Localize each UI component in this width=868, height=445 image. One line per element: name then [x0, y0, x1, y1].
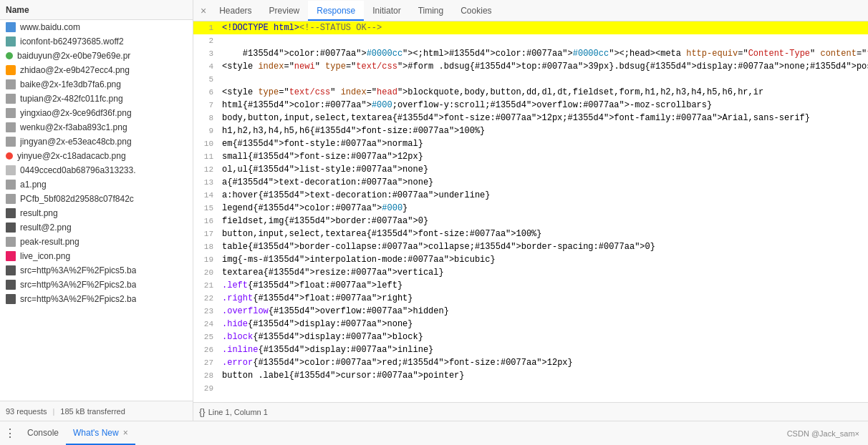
table-row: 2 — [193, 34, 868, 47]
line-number: 27 — [193, 356, 219, 369]
file-list-item[interactable]: result@2.png — [0, 220, 193, 235]
table-row: 28button .label{#1355d4">cursor:#0077aa"… — [193, 369, 868, 382]
tab-preview[interactable]: Preview — [261, 1, 309, 21]
table-row: 27.error{#1355d4">color:#0077aa">red;#13… — [193, 356, 868, 369]
console-tab[interactable]: Console — [20, 422, 66, 445]
line-content: img{-ms-#1355d4">interpolation-mode:#007… — [219, 253, 868, 266]
table-row: 14a:hover{#1355d4">text-decoration:#0077… — [193, 189, 868, 202]
file-name: src=http%3A%2F%2Fpics2.ba — [20, 294, 136, 304]
file-icon — [6, 22, 16, 32]
file-name: src=http%3A%2F%2Fpics5.ba — [20, 265, 136, 275]
file-icon — [6, 36, 16, 47]
left-panel-footer: 93 requests | 185 kB transferred — [0, 401, 193, 421]
whats-new-tab[interactable]: What's New × — [66, 422, 135, 445]
line-content: textarea{#1355d4">resize:#0077aa">vertic… — [219, 266, 868, 279]
file-list-item[interactable]: src=http%3A%2F%2Fpics2.ba — [0, 292, 193, 306]
line-content — [219, 73, 868, 86]
line-content: <style index="newi" type="text/css">#for… — [219, 60, 868, 73]
file-list-item[interactable]: baiduyun@2x-e0be79e69e.pr — [0, 49, 193, 63]
file-name: wenku@2x-f3aba893c1.png — [20, 122, 127, 132]
table-row: 29 — [193, 382, 868, 395]
file-name: yinyue@2x-c18adacacb.png — [17, 151, 126, 161]
table-row: 23.overflow{#1355d4">overflow:#0077aa">h… — [193, 305, 868, 318]
table-row: 26.inline{#1355d4">display:#0077aa">inli… — [193, 343, 868, 356]
line-number: 23 — [193, 305, 219, 318]
line-content: .error{#1355d4">color:#0077aa">red;#1355… — [219, 356, 868, 369]
file-name: www.baidu.com — [20, 22, 80, 32]
tab-timing[interactable]: Timing — [410, 1, 453, 21]
line-content: body,button,input,select,textarea{#1355d… — [219, 112, 868, 124]
line-content: ol,ul{#1355d4">list-style:#0077aa">none} — [219, 163, 868, 176]
tab-response[interactable]: Response — [308, 1, 364, 21]
line-number: 12 — [193, 163, 219, 176]
file-name: tupian@2x-482fc011fc.png — [20, 94, 123, 104]
line-content: <style type="text/css" index="head">bloc… — [219, 86, 868, 99]
file-list-item[interactable]: live_icon.png — [0, 249, 193, 263]
line-number: 8 — [193, 112, 219, 124]
line-number: 5 — [193, 73, 219, 86]
left-panel-header: Name — [0, 0, 193, 20]
tab-headers[interactable]: Headers — [211, 1, 260, 21]
file-list-item[interactable]: tupian@2x-482fc011fc.png — [0, 92, 193, 106]
table-row: 24.hide{#1355d4">display:#0077aa">none} — [193, 318, 868, 331]
file-list-item[interactable]: yingxiao@2x-9ce96df36f.png — [0, 106, 193, 120]
file-name: a1.png — [20, 180, 47, 190]
line-number: 28 — [193, 369, 219, 382]
line-number: 1 — [193, 21, 219, 34]
line-number: 14 — [193, 189, 219, 202]
file-name: zhidao@2x-e9b427ecc4.png — [20, 65, 130, 75]
line-content: html{#1355d4">color:#0077aa">#000;overfl… — [219, 99, 868, 112]
file-list-item[interactable]: a1.png — [0, 177, 193, 192]
file-name: baiduyun@2x-e0be79e69e.pr — [17, 51, 130, 61]
whats-new-tab-close[interactable]: × — [123, 428, 128, 438]
file-name: result.png — [20, 208, 58, 218]
file-list-item[interactable]: src=http%3A%2F%2Fpics5.ba — [0, 263, 193, 278]
line-number: 19 — [193, 253, 219, 266]
line-number: 26 — [193, 343, 219, 356]
line-content: .hide{#1355d4">display:#0077aa">none} — [219, 318, 868, 331]
line-content: .overflow{#1355d4">overflow:#0077aa">hid… — [219, 305, 868, 318]
file-list-item[interactable]: result.png — [0, 206, 193, 220]
file-icon — [6, 65, 16, 75]
whats-new-tab-label: What's New — [73, 428, 119, 438]
file-list-item[interactable]: peak-result.png — [0, 235, 193, 249]
line-content: .block{#1355d4">display:#0077aa">block} — [219, 331, 868, 343]
file-icon — [6, 152, 13, 160]
file-list-item[interactable]: baike@2x-1fe3db7fa6.png — [0, 77, 193, 92]
branding-label: CSDN @Jack_sam× — [787, 429, 865, 438]
table-row: 16fieldset,img{#1355d4">border:#0077aa">… — [193, 215, 868, 228]
line-number: 16 — [193, 215, 219, 228]
file-list-item[interactable]: wenku@2x-f3aba893c1.png — [0, 120, 193, 135]
file-list-item[interactable]: iconfont-b624973685.woff2 — [0, 34, 193, 49]
right-panel: × HeadersPreviewResponseInitiatorTimingC… — [193, 0, 868, 421]
table-row: 13a{#1355d4">text-decoration:#0077aa">no… — [193, 176, 868, 189]
left-panel: Name www.baidu.comiconfont-b624973685.wo… — [0, 0, 193, 421]
file-list: www.baidu.comiconfont-b624973685.woff2ba… — [0, 20, 193, 401]
file-list-item[interactable]: www.baidu.com — [0, 20, 193, 34]
file-list-item[interactable]: zhidao@2x-e9b427ecc4.png — [0, 63, 193, 77]
dots-menu-button[interactable]: ⋮ — [3, 426, 17, 441]
line-content: em{#1355d4">font-style:#0077aa">normal} — [219, 137, 868, 150]
tabs-bar: × HeadersPreviewResponseInitiatorTimingC… — [193, 0, 868, 21]
table-row: 3 #1355d4">color:#0077aa">#0000cc"><;htm… — [193, 47, 868, 60]
table-row: 9h1,h2,h3,h4,h5,h6{#1355d4">font-size:#0… — [193, 124, 868, 137]
file-icon — [6, 165, 16, 175]
file-icon — [6, 94, 16, 104]
file-icon — [6, 122, 16, 132]
tab-panel-close-button[interactable]: × — [196, 1, 211, 21]
file-list-item[interactable]: yinyue@2x-c18adacacb.png — [0, 149, 193, 163]
table-row: 19img{-ms-#1355d4">interpolation-mode:#0… — [193, 253, 868, 266]
code-scroll[interactable]: 1<!DOCTYPE html><!--STATUS OK-->23 #1355… — [193, 21, 868, 402]
line-content: .right{#1355d4">float:#0077aa">right} — [219, 292, 868, 305]
file-list-item[interactable]: jingyan@2x-e53eac48cb.png — [0, 135, 193, 149]
file-name: PCfb_5bf082d29588c07f842c — [20, 194, 134, 204]
tab-initiator[interactable]: Initiator — [364, 1, 409, 21]
tab-cookies[interactable]: Cookies — [452, 1, 500, 21]
table-row: 25.block{#1355d4">display:#0077aa">block… — [193, 331, 868, 343]
line-content: a:hover{#1355d4">text-decoration:#0077aa… — [219, 189, 868, 202]
file-icon — [6, 251, 16, 261]
file-list-item[interactable]: src=http%3A%2F%2Fpics2.ba — [0, 278, 193, 292]
file-icon — [6, 280, 16, 290]
file-list-item[interactable]: 0449ccecd0ab68796a313233. — [0, 163, 193, 177]
file-list-item[interactable]: PCfb_5bf082d29588c07f842c — [0, 192, 193, 206]
